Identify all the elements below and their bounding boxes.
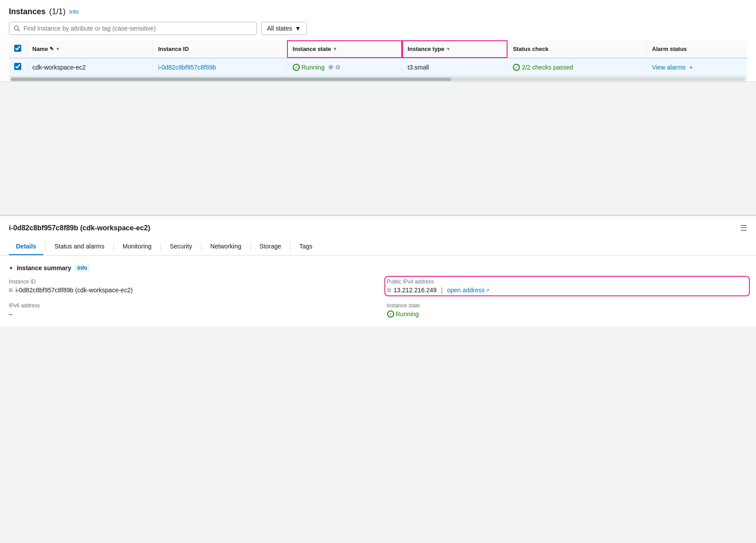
select-all-checkbox[interactable] — [14, 45, 21, 52]
row-alarm-status: View alarms + — [647, 58, 747, 76]
tab-security[interactable]: Security — [163, 238, 199, 255]
running-dot-icon: ✓ — [293, 64, 300, 71]
col-header-instance-type: Instance type ▼ — [402, 40, 508, 58]
page-title: Instances — [9, 7, 46, 16]
detail-grid: Instance ID ⧉ i-0d82c8bf957c8f89b (cdk-w… — [9, 279, 747, 318]
detail-tabs: Details Status and alarms Monitoring Sec… — [0, 238, 756, 256]
tab-details[interactable]: Details — [9, 238, 43, 255]
detail-panel: i-0d82c8bf957c8f89b (cdk-workspace-ec2) … — [0, 215, 756, 326]
states-dropdown[interactable]: All states ▼ — [261, 22, 307, 35]
row-instance-state: ✓ Running ⊕ ⊖ — [287, 58, 402, 76]
instance-state-field: Instance state ✓ Running — [387, 303, 748, 318]
col-header-status-check: Status check — [508, 40, 647, 58]
tab-divider-2 — [113, 242, 114, 251]
horizontal-scrollbar[interactable] — [9, 76, 747, 81]
tab-status-alarms[interactable]: Status and alarms — [47, 238, 112, 255]
check-dot-icon: ✓ — [513, 64, 520, 71]
public-ipv4-field: Public IPv4 address ⧉ 13.212.216.249 | o… — [387, 279, 748, 294]
zoom-in-icon[interactable]: ⊕ — [328, 63, 333, 70]
search-icon — [14, 25, 20, 31]
instance-state-label: Instance state — [387, 303, 748, 309]
row-instance-id: i-0d82c8bf957c8f89b — [152, 58, 287, 76]
ipv6-field: IPv6 address – — [9, 303, 369, 318]
external-link-icon: ↗ — [485, 287, 489, 293]
zoom-out-icon[interactable]: ⊖ — [335, 63, 341, 70]
detail-running-dot-icon: ✓ — [387, 310, 394, 318]
copy-ipv4-icon[interactable]: ⧉ — [387, 287, 391, 293]
collapse-icon[interactable]: ▼ — [9, 266, 13, 271]
detail-content: ▼ Instance summary Info Instance ID ⧉ i-… — [0, 256, 756, 326]
tab-monitoring[interactable]: Monitoring — [116, 238, 159, 255]
tab-divider-4 — [201, 242, 202, 251]
row-instance-type: t3.small — [402, 58, 508, 76]
header-checkbox-cell — [9, 40, 27, 58]
tab-divider-3 — [160, 242, 161, 251]
states-label: All states — [267, 25, 292, 32]
row-status-check: ✓ 2/2 checks passed — [508, 58, 647, 76]
info-link[interactable]: Info — [69, 8, 79, 15]
instance-id-value: i-0d82c8bf957c8f89b (cdk-workspace-ec2) — [16, 287, 133, 294]
tab-divider-1 — [45, 242, 46, 251]
svg-line-1 — [18, 30, 20, 31]
instances-count: (1/1) — [49, 7, 66, 16]
col-header-alarm-status: Alarm status — [647, 40, 747, 58]
empty-area — [0, 82, 756, 215]
sort-icon-type[interactable]: ▼ — [446, 47, 450, 51]
sort-icon-state[interactable]: ▼ — [333, 47, 337, 51]
search-box[interactable] — [9, 22, 257, 35]
copy-instance-id-icon[interactable]: ⧉ — [9, 287, 13, 293]
panel-menu-icon[interactable]: ☰ — [740, 223, 747, 233]
tab-divider-6 — [290, 242, 291, 251]
summary-info-badge[interactable]: Info — [75, 264, 90, 272]
row-checkbox-cell — [9, 58, 27, 76]
pipe-separator: | — [441, 287, 443, 294]
summary-header: ▼ Instance summary Info — [9, 264, 747, 272]
view-alarms-link[interactable]: View alarms — [652, 64, 686, 71]
instance-id-label: Instance ID — [9, 279, 369, 285]
tab-tags[interactable]: Tags — [292, 238, 320, 255]
row-name: cdk-workspace-ec2 — [27, 58, 153, 76]
open-address-link[interactable]: open address ↗ — [447, 287, 489, 294]
instance-state-value: Running — [396, 310, 419, 318]
tab-divider-5 — [250, 242, 251, 251]
row-checkbox[interactable] — [14, 63, 21, 70]
instances-table: Name ✎ ▼ Instance ID Instance state ▼ — [9, 40, 747, 76]
edit-icon: ✎ — [50, 46, 54, 52]
public-ipv4-label: Public IPv4 address — [387, 279, 748, 285]
tab-networking[interactable]: Networking — [203, 238, 248, 255]
add-alarm-icon[interactable]: + — [689, 64, 693, 71]
table-row: cdk-workspace-ec2 i-0d82c8bf957c8f89b ✓ … — [9, 58, 747, 76]
col-header-instance-id: Instance ID — [152, 40, 287, 58]
instance-id-field: Instance ID ⧉ i-0d82c8bf957c8f89b (cdk-w… — [9, 279, 369, 294]
tab-storage[interactable]: Storage — [252, 238, 288, 255]
detail-title: i-0d82c8bf957c8f89b (cdk-workspace-ec2) — [9, 224, 150, 232]
col-header-instance-state: Instance state ▼ — [287, 40, 402, 58]
dropdown-arrow-icon: ▼ — [295, 25, 301, 32]
ipv6-value: – — [9, 310, 12, 318]
search-input[interactable] — [23, 25, 252, 32]
sort-icon-name[interactable]: ▼ — [55, 47, 60, 51]
instance-id-link[interactable]: i-0d82c8bf957c8f89b — [158, 64, 216, 71]
public-ipv4-value: 13.212.216.249 — [394, 287, 437, 294]
col-header-name: Name ✎ ▼ — [27, 40, 153, 58]
ipv6-label: IPv6 address — [9, 303, 369, 309]
